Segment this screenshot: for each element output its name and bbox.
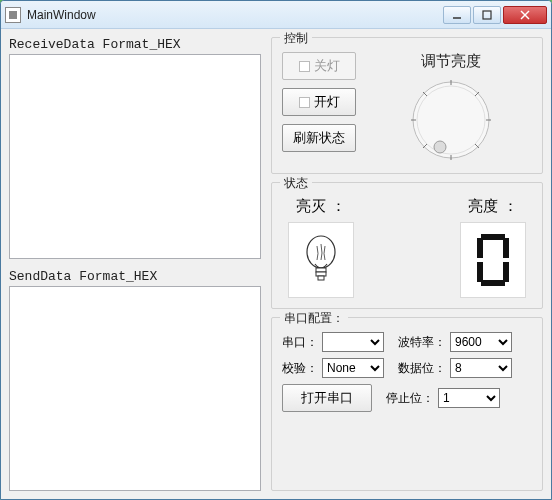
status-group-title: 状态 bbox=[280, 175, 312, 192]
receive-textarea[interactable] bbox=[9, 54, 261, 259]
window-title: MainWindow bbox=[27, 8, 443, 22]
port-select[interactable] bbox=[322, 332, 384, 352]
light-off-button[interactable]: 关灯 bbox=[282, 52, 356, 80]
light-on-button[interactable]: 开灯 bbox=[282, 88, 356, 116]
status-group: 状态 亮灭 ： bbox=[271, 182, 543, 309]
minimize-button[interactable] bbox=[443, 6, 471, 24]
stopbits-label: 停止位： bbox=[386, 390, 434, 407]
brightness-dial[interactable] bbox=[408, 77, 494, 163]
baud-label: 波特率： bbox=[398, 334, 446, 351]
svg-rect-21 bbox=[477, 238, 483, 258]
bulb-indicator bbox=[288, 222, 354, 298]
titlebar: MainWindow bbox=[1, 1, 551, 29]
light-on-label: 开灯 bbox=[314, 93, 340, 111]
svg-rect-18 bbox=[318, 276, 324, 280]
parity-select[interactable]: None bbox=[322, 358, 384, 378]
svg-rect-23 bbox=[477, 262, 483, 282]
maximize-button[interactable] bbox=[473, 6, 501, 24]
light-on-icon bbox=[299, 97, 310, 108]
databits-select[interactable]: 8 bbox=[450, 358, 512, 378]
svg-rect-1 bbox=[483, 11, 491, 19]
main-window: MainWindow ReceiveData Format_HEX SendDa… bbox=[0, 0, 552, 500]
receive-label: ReceiveData Format_HEX bbox=[9, 37, 261, 52]
seven-segment-icon bbox=[473, 230, 513, 290]
bulb-icon bbox=[301, 232, 341, 288]
svg-rect-24 bbox=[503, 262, 509, 282]
control-group-title: 控制 bbox=[280, 30, 312, 47]
port-label: 串口： bbox=[282, 334, 318, 351]
left-column: ReceiveData Format_HEX SendData Format_H… bbox=[9, 37, 261, 491]
open-serial-button[interactable]: 打开串口 bbox=[282, 384, 372, 412]
onoff-label: 亮灭 ： bbox=[296, 197, 345, 216]
svg-rect-20 bbox=[481, 280, 505, 286]
send-textarea[interactable] bbox=[9, 286, 261, 491]
client-area: ReceiveData Format_HEX SendData Format_H… bbox=[1, 29, 551, 499]
stopbits-select[interactable]: 1 bbox=[438, 388, 500, 408]
svg-rect-17 bbox=[316, 272, 326, 276]
brightness-label: 亮度 ： bbox=[468, 197, 517, 216]
svg-point-6 bbox=[434, 141, 446, 153]
light-off-icon bbox=[299, 61, 310, 72]
brightness-dial-title: 调节亮度 bbox=[421, 52, 481, 71]
baud-select[interactable]: 9600 bbox=[450, 332, 512, 352]
light-off-label: 关灯 bbox=[314, 57, 340, 75]
control-group: 控制 关灯 开灯 刷新状态 调节亮度 bbox=[271, 37, 543, 174]
refresh-status-button[interactable]: 刷新状态 bbox=[282, 124, 356, 152]
refresh-status-label: 刷新状态 bbox=[293, 129, 345, 147]
parity-label: 校验： bbox=[282, 360, 318, 377]
close-button[interactable] bbox=[503, 6, 547, 24]
serial-config-group: 串口配置： 串口： 波特率： 9600 校验： None bbox=[271, 317, 543, 491]
open-serial-label: 打开串口 bbox=[301, 389, 353, 407]
svg-rect-16 bbox=[316, 268, 326, 272]
svg-point-15 bbox=[307, 236, 335, 268]
svg-rect-19 bbox=[481, 234, 505, 240]
app-icon bbox=[5, 7, 21, 23]
databits-label: 数据位： bbox=[398, 360, 446, 377]
brightness-display bbox=[460, 222, 526, 298]
window-buttons bbox=[443, 6, 547, 24]
send-label: SendData Format_HEX bbox=[9, 269, 261, 284]
serial-config-title: 串口配置： bbox=[280, 310, 348, 327]
right-column: 控制 关灯 开灯 刷新状态 调节亮度 bbox=[271, 37, 543, 491]
svg-rect-22 bbox=[503, 238, 509, 258]
